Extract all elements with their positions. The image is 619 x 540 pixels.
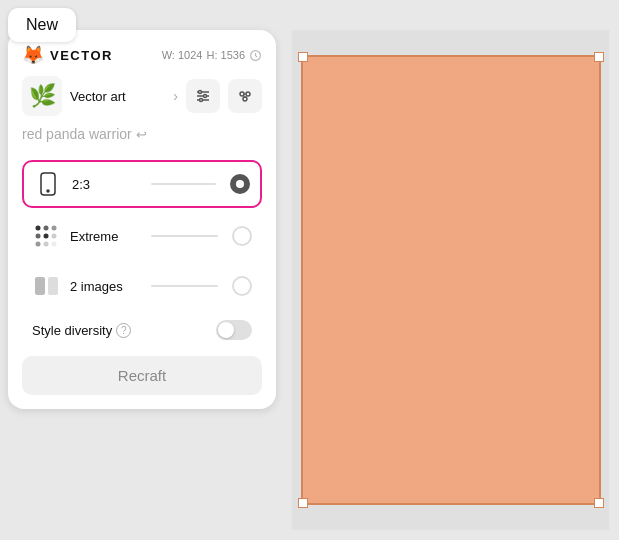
slider-line-extreme — [151, 235, 218, 237]
svg-point-5 — [246, 92, 250, 96]
vector-art-thumbnail: 🌿 — [22, 76, 62, 116]
dots-pattern-icon — [32, 222, 60, 250]
svg-point-12 — [36, 234, 41, 239]
svg-point-3 — [200, 99, 203, 102]
corner-handle-tr — [594, 52, 604, 62]
image-preview — [301, 55, 601, 505]
svg-point-9 — [36, 226, 41, 231]
radio-ratio-2-3[interactable] — [230, 174, 250, 194]
svg-point-16 — [44, 242, 49, 247]
recraft-button[interactable]: Recraft — [22, 356, 262, 395]
corner-handle-br — [594, 498, 604, 508]
svg-point-6 — [243, 97, 247, 101]
new-button[interactable]: New — [8, 8, 76, 42]
option-label-ratio: 2:3 — [72, 177, 137, 192]
svg-point-15 — [36, 242, 41, 247]
svg-point-13 — [44, 234, 49, 239]
arrow-right-icon: › — [173, 88, 178, 104]
svg-point-4 — [240, 92, 244, 96]
clock-icon — [249, 49, 262, 62]
vector-icon: 🦊 — [22, 44, 44, 66]
slider-line — [151, 183, 216, 185]
radio-extreme[interactable] — [232, 226, 252, 246]
style-icon-button[interactable] — [228, 79, 262, 113]
option-row-extreme[interactable]: Extreme — [22, 214, 262, 258]
style-diversity-label: Style diversity ? — [32, 323, 208, 338]
images-icon — [32, 272, 60, 300]
canvas-area — [292, 30, 609, 530]
prompt-area[interactable]: red panda warrior ↩ — [22, 126, 262, 142]
svg-point-1 — [199, 91, 202, 94]
svg-point-14 — [52, 234, 57, 239]
settings-icon-button[interactable] — [186, 79, 220, 113]
phone-icon — [34, 170, 62, 198]
width-label: W: 1024 — [162, 49, 203, 61]
dimensions: W: 1024 H: 1536 — [162, 49, 262, 62]
vector-art-row[interactable]: 🌿 Vector art › — [22, 76, 262, 116]
option-row-ratio-2-3[interactable]: 2:3 — [22, 160, 262, 208]
prompt-label: red panda warrior — [22, 126, 132, 142]
svg-point-8 — [47, 190, 49, 192]
option-label-images: 2 images — [70, 279, 137, 294]
panel-header: 🦊 VECTOR W: 1024 H: 1536 — [22, 44, 262, 66]
option-label-extreme: Extreme — [70, 229, 137, 244]
left-panel: 🦊 VECTOR W: 1024 H: 1536 🌿 Vector art › — [8, 30, 276, 409]
height-label: H: 1536 — [206, 49, 245, 61]
vector-art-label: Vector art — [70, 89, 165, 104]
panel-title: VECTOR — [50, 48, 156, 63]
radio-2-images[interactable] — [232, 276, 252, 296]
style-diversity-toggle[interactable] — [216, 320, 252, 340]
svg-point-17 — [52, 242, 57, 247]
corner-handle-bl — [298, 498, 308, 508]
help-icon[interactable]: ? — [116, 323, 131, 338]
enter-icon: ↩ — [136, 127, 147, 142]
corner-handle-tl — [298, 52, 308, 62]
option-row-2-images[interactable]: 2 images — [22, 264, 262, 308]
slider-line-images — [151, 285, 218, 287]
svg-point-2 — [204, 95, 207, 98]
svg-point-10 — [44, 226, 49, 231]
style-diversity-row: Style diversity ? — [22, 314, 262, 346]
svg-point-11 — [52, 226, 57, 231]
